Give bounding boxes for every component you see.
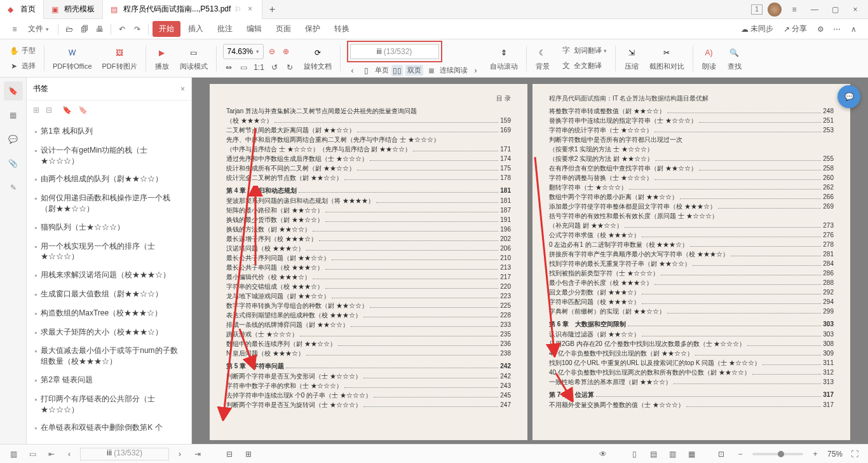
view-double-icon[interactable]: ▥: [666, 447, 680, 461]
add-bookmark-icon[interactable]: 🔖: [62, 106, 72, 114]
hamburger-icon[interactable]: ≡: [8, 22, 22, 36]
bookmarks-tab[interactable]: 🔖: [4, 81, 23, 100]
page-number-input[interactable]: iii(13/532): [350, 44, 439, 59]
minimize-icon[interactable]: —: [807, 2, 822, 17]
settings-icon[interactable]: ⚙: [813, 22, 827, 36]
pdf-to-office-button[interactable]: WPDF转Office: [51, 45, 94, 71]
next-icon[interactable]: ›: [173, 447, 187, 461]
fit-width-icon[interactable]: ⇔: [223, 62, 234, 73]
prev-icon[interactable]: ‹: [62, 447, 76, 461]
avatar[interactable]: [768, 3, 782, 17]
print-icon[interactable]: 🖶: [93, 22, 107, 36]
nav-fwd-icon[interactable]: ⊞: [241, 447, 255, 461]
menu-icon[interactable]: ≡: [787, 2, 802, 17]
status-page-input[interactable]: iii (13/532): [80, 448, 169, 460]
status-sidebar-icon[interactable]: ▥: [6, 447, 20, 461]
file-menu[interactable]: 文件 ▾: [23, 22, 54, 36]
add-tab-button[interactable]: +: [262, 4, 281, 15]
bookmark-item[interactable]: ▪由两个栈组成的队列（尉★★☆☆）: [32, 170, 186, 189]
nav-back-icon[interactable]: ⊟: [222, 447, 236, 461]
bookmark-item[interactable]: ▪用一个栈实现另一个栈的排序（士★☆☆☆）: [32, 237, 186, 266]
bookmark-item[interactable]: ▪在单链表和双链表中删除倒数第K 个: [32, 418, 186, 438]
read-aloud-button[interactable]: A)朗读: [700, 45, 719, 71]
bookmark-item[interactable]: ▪如何仅用递归函数和栈操作逆序一个栈（尉★★☆☆）: [32, 189, 186, 218]
tab-template[interactable]: ▣稻壳模板: [44, 0, 103, 19]
next-page-icon[interactable]: ›: [470, 65, 482, 76]
single-page-icon[interactable]: ▯: [361, 65, 372, 76]
continuous-icon[interactable]: ≣: [426, 65, 437, 76]
bookmark-item[interactable]: ▪打印两个有序链表的公共部分（士★☆☆☆）: [32, 390, 186, 419]
pdf-to-image-button[interactable]: 🖼PDF转图片: [100, 45, 139, 71]
zoom-out-icon[interactable]: ⊖: [266, 46, 278, 57]
bookmark-item[interactable]: ▪猫狗队列（士★☆☆☆）: [32, 218, 186, 237]
zoom-dropdown[interactable]: 74.63%▾: [223, 44, 264, 59]
tab-document[interactable]: ▤程序员代码面试指南...,P513.pdf⚐×: [103, 0, 262, 19]
expand-all-icon[interactable]: ⊞: [33, 106, 39, 114]
zoom-out-status-icon[interactable]: −: [733, 447, 747, 461]
collapse-all-icon[interactable]: ⊟: [46, 106, 52, 114]
double-page-icon[interactable]: ▯▯: [391, 65, 403, 76]
panel-close-icon[interactable]: ×: [180, 85, 185, 93]
zoom-in-icon[interactable]: ⊕: [280, 46, 292, 57]
collapse-ribbon-icon[interactable]: ∧: [846, 22, 860, 36]
share-button[interactable]: ↗ 分享: [780, 22, 811, 36]
window-mode-icon[interactable]: 1: [751, 4, 763, 15]
status-thumbs-icon[interactable]: ▭: [25, 447, 39, 461]
bookmark-item[interactable]: ▪求最大子矩阵的大小（校★★★☆）: [32, 323, 186, 342]
rotate-right-icon[interactable]: ↻: [284, 62, 295, 73]
bookmark-item[interactable]: ▪构造数组的MaxTree（校★★★☆）: [32, 304, 186, 323]
view-grid-icon[interactable]: ▦: [685, 447, 699, 461]
tab-home[interactable]: ◆首页: [0, 0, 44, 19]
eye-icon[interactable]: 👁: [596, 447, 610, 461]
bookmark-item[interactable]: ▪设计一个有getMin功能的栈（士★☆☆☆）: [32, 141, 186, 170]
actual-size-icon[interactable]: 1:1: [254, 62, 265, 73]
prev-page-icon[interactable]: ‹: [347, 65, 358, 76]
word-translate-button[interactable]: 字划词翻译▾: [560, 45, 607, 57]
bookmark-outline-icon[interactable]: 🔖: [78, 106, 88, 114]
menu-start[interactable]: 开始: [153, 21, 180, 37]
view-single-icon[interactable]: ▯: [628, 447, 642, 461]
tab-pin-icon[interactable]: ⚐: [234, 5, 241, 14]
bookmark-item[interactable]: ▪第1章 栈和队列: [32, 122, 186, 141]
menu-page[interactable]: 页面: [269, 21, 297, 37]
hand-icon[interactable]: ✋: [8, 45, 20, 57]
assistant-fab[interactable]: 💬: [837, 85, 860, 108]
zoom-slider[interactable]: [752, 453, 803, 455]
first-page-icon[interactable]: ⇤: [44, 447, 58, 461]
maximize-icon[interactable]: ▢: [827, 2, 843, 17]
menu-edit[interactable]: 编辑: [240, 21, 268, 37]
bookmark-item[interactable]: ▪最大值减去最小值小于或等于num的子数组数量（校★★★☆）: [32, 342, 186, 371]
rotate-left-icon[interactable]: ↺: [269, 62, 280, 73]
select-icon[interactable]: ➤: [8, 60, 20, 72]
view-cont-icon[interactable]: ▤: [647, 447, 661, 461]
menu-convert[interactable]: 转换: [328, 21, 356, 37]
play-button[interactable]: ▶播放: [153, 45, 172, 71]
last-page-icon[interactable]: ⇥: [191, 447, 205, 461]
fit-page-icon[interactable]: ▭: [238, 62, 250, 73]
close-icon[interactable]: ×: [245, 5, 254, 14]
close-window-icon[interactable]: ×: [848, 2, 863, 17]
undo-icon[interactable]: ↶: [115, 22, 129, 36]
rotate-doc-button[interactable]: ⟳旋转文档: [302, 45, 334, 71]
fit-icon[interactable]: ⊡: [714, 447, 728, 461]
sync-status[interactable]: ☁ 未同步: [737, 22, 777, 36]
menu-protect[interactable]: 保护: [299, 21, 327, 37]
bookmark-item[interactable]: ▪用栈来求解汉诺塔问题（校★★★☆）: [32, 266, 186, 285]
read-mode-button[interactable]: ▭阅读模式: [178, 45, 210, 71]
auto-scroll-button[interactable]: ⇕自动滚动: [488, 45, 520, 71]
signatures-tab[interactable]: ✎: [4, 178, 23, 197]
find-button[interactable]: 🔍查找: [725, 45, 744, 71]
bookmark-item[interactable]: ▪生成窗口最大值数组（尉★★☆☆）: [32, 285, 186, 304]
comments-tab[interactable]: 💬: [4, 130, 23, 149]
menu-annotate[interactable]: 批注: [211, 21, 239, 37]
thumbnails-tab[interactable]: ▦: [4, 106, 23, 125]
menu-insert[interactable]: 插入: [182, 21, 210, 37]
open-icon[interactable]: 🗁: [62, 22, 76, 36]
redo-icon[interactable]: ↷: [130, 22, 144, 36]
save-icon[interactable]: 🗐: [78, 22, 92, 36]
bookmark-item[interactable]: ▪第2章 链表问题: [32, 371, 186, 390]
zoom-in-status-icon[interactable]: +: [808, 447, 822, 461]
fullscreen-icon[interactable]: ⛶: [848, 447, 862, 461]
crop-compare-button[interactable]: ✂截图和对比: [648, 45, 686, 71]
attachments-tab[interactable]: 📎: [4, 154, 23, 173]
